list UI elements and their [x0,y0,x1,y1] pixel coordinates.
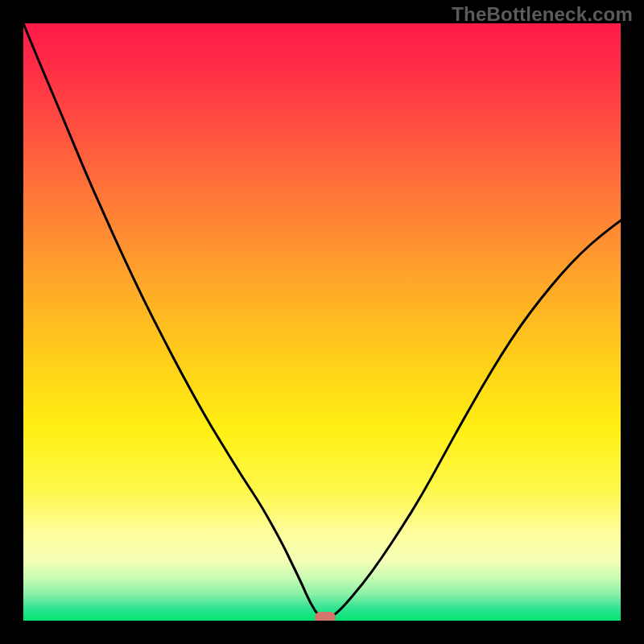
plot-area [23,23,621,621]
optimal-marker [315,612,336,621]
chart-frame: TheBottleneck.com [0,0,644,644]
watermark-text: TheBottleneck.com [452,3,633,26]
curve-layer [23,23,621,621]
bottleneck-curve [23,23,621,617]
